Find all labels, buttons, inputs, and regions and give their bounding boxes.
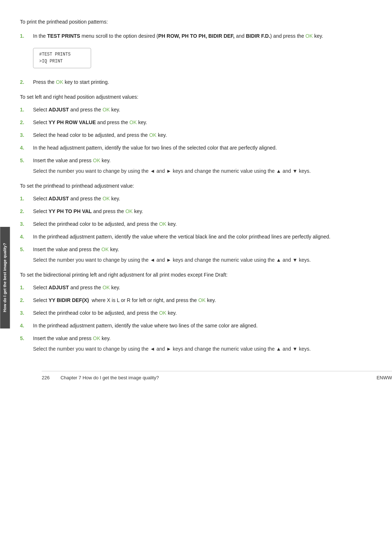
bd-step-content-4: In the printhead adjustment pattern, ide… [33,322,370,330]
lr-step-content-3: Select the head color to be adjusted, an… [33,131,370,139]
lr-step-4: 4. In the head adjustment pattern, ident… [20,144,370,152]
set-left-right-intro: To set left and right head position adju… [20,93,370,101]
ph-step-content-4: In the printhead adjustment pattern, ide… [33,233,370,241]
test-prints-steps: 1. In the TEST PRINTS menu scroll to the… [20,32,370,86]
bd-step-content-5: Insert the value and press OK key. Selec… [33,335,370,353]
lr-step-5: 5. Insert the value and press OK key. Se… [20,157,370,175]
step1-text: In the TEST PRINTS menu scroll to the op… [33,33,323,39]
bd-step-num-5: 5. [20,335,33,353]
step-num-1: 1. [20,32,33,73]
bd-step-2: 2. Select YY BIDIR DEF(X) where X is L o… [20,297,370,304]
set-bidir-steps: 1. Select ADJUST and press the OK key. 2… [20,284,370,353]
footer-page-number: 226 [42,375,50,380]
ok-key-ph2: OK [125,208,132,214]
set-printhead-steps: 1. Select ADJUST and press the OK key. 2… [20,195,370,264]
adjust-label-ph1: ADJUST [49,196,69,201]
ok-key-lr3: OK [149,132,156,138]
lr-step-num-4: 4. [20,144,33,152]
side-label: How do I get the best image quality? [0,227,10,328]
ph-step-num-1: 1. [20,195,33,203]
lcd-line-2: >IQ PRINT [39,58,85,65]
ph-step-5: 5. Insert the value and press the OK key… [20,246,370,264]
bidir-fd-label: BIDIR F.D. [246,33,270,39]
menu-options-label: PH ROW, PH TO PH, BIDIR DEF, [158,33,235,39]
lr-sub-note-5: Select the number you want to change by … [33,167,370,175]
footer-right-text: ENWW [376,375,392,380]
bd-step-num-4: 4. [20,322,33,330]
ok-key-bd1: OK [102,285,110,290]
set-printhead-intro: To set the printhead to printhead adjust… [20,182,370,190]
bd-step-4: 4. In the printhead adjustment pattern, … [20,322,370,330]
lr-step-2: 2. Select YY PH ROW VALUE and press the … [20,119,370,126]
ok-key-1: OK [306,33,313,39]
ph-step-num-5: 5. [20,246,33,264]
bd-step-3: 3. Select the printhead color to be adju… [20,309,370,317]
ph-sub-note-5: Select the number you want to change by … [33,256,370,264]
ok-key-lr1: OK [102,107,110,113]
lr-step-num-3: 3. [20,131,33,139]
yy-bidir-def-label: YY BIDIR DEF(X) [49,297,89,303]
side-tab-container: How do I get the best image quality? [0,0,11,555]
ph-step-1: 1. Select ADJUST and press the OK key. [20,195,370,203]
bd-step-num-3: 3. [20,309,33,317]
lr-step-num-2: 2. [20,119,33,126]
ok-key-lr2: OK [130,119,137,125]
bd-step-content-1: Select ADJUST and press the OK key. [33,284,370,291]
footer-left: 226 Chapter 7 How do I get the best imag… [42,375,159,380]
adjust-label-bd1: ADJUST [49,285,69,290]
bd-sub-note-5: Select the number you want to change by … [33,345,370,353]
yy-ph-row-label: YY PH ROW VALUE [49,119,96,125]
lcd-display-container: #TEST PRINTS >IQ PRINT [33,44,370,72]
bd-step-content-2: Select YY BIDIR DEF(X) where X is L or R… [33,297,370,304]
ph-step-3: 3. Select the printhead color to be adju… [20,220,370,228]
step-num-2: 2. [20,78,33,86]
test-prints-label: TEST PRINTS [47,33,80,39]
lcd-line-1: #TEST PRINTS [39,51,85,58]
ok-key-lr5: OK [93,158,100,163]
ph-step-content-1: Select ADJUST and press the OK key. [33,195,370,203]
ph-step-content-5: Insert the value and press the OK key. S… [33,246,370,264]
bd-step-content-3: Select the printhead color to be adjuste… [33,309,370,317]
lr-step-content-2: Select YY PH ROW VALUE and press the OK … [33,119,370,126]
step-item-1: 1. In the TEST PRINTS menu scroll to the… [20,32,370,73]
adjust-label-1: ADJUST [49,107,69,113]
intro-text: To print the printhead position patterns… [20,18,370,26]
lr-step-num-1: 1. [20,106,33,114]
lr-step-num-5: 5. [20,157,33,175]
lr-step-3: 3. Select the head color to be adjusted,… [20,131,370,139]
bd-step-1: 1. Select ADJUST and press the OK key. [20,284,370,291]
lr-step-content-5: Insert the value and press OK key. Selec… [33,157,370,175]
ok-key-ph3: OK [159,221,166,227]
page-footer: 226 Chapter 7 How do I get the best imag… [42,371,392,380]
lcd-display: #TEST PRINTS >IQ PRINT [33,48,91,68]
lr-step-content-4: In the head adjustment pattern, identify… [33,144,370,152]
footer-chapter-text: Chapter 7 How do I get the best image qu… [61,375,159,380]
bd-step-num-1: 1. [20,284,33,291]
ph-step-content-2: Select YY PH TO PH VAL and press the OK … [33,208,370,215]
ok-key-2: OK [56,79,63,85]
ph-step-num-2: 2. [20,208,33,215]
step-content-2: Press the OK key to start printing. [33,78,370,86]
ok-key-ph5: OK [101,246,109,252]
ph-step-content-3: Select the printhead color to be adjuste… [33,220,370,228]
ph-step-num-4: 4. [20,233,33,241]
ph-step-2: 2. Select YY PH TO PH VAL and press the … [20,208,370,215]
yy-ph-to-ph-label: YY PH TO PH VAL [49,208,92,214]
lr-step-1: 1. Select ADJUST and press the OK key. [20,106,370,114]
set-left-right-steps: 1. Select ADJUST and press the OK key. 2… [20,106,370,175]
ok-key-bd5: OK [93,335,100,341]
ok-key-ph1: OK [102,196,110,201]
ok-key-bd3: OK [159,310,166,316]
step-item-2: 2. Press the OK key to start printing. [20,78,370,86]
bd-step-5: 5. Insert the value and press OK key. Se… [20,335,370,353]
ph-step-4: 4. In the printhead adjustment pattern, … [20,233,370,241]
step-content-1: In the TEST PRINTS menu scroll to the op… [33,32,370,73]
ok-key-bd2: OK [198,297,205,303]
lr-step-content-1: Select ADJUST and press the OK key. [33,106,370,114]
set-bidir-intro: To set the bidirectional printing left a… [20,271,370,279]
ph-step-num-3: 3. [20,220,33,228]
bd-step-num-2: 2. [20,297,33,304]
